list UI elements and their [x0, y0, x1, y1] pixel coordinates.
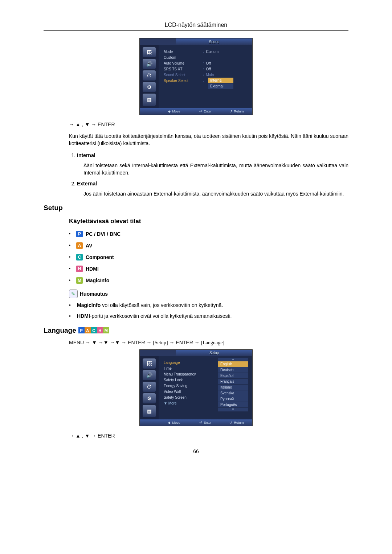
list-item-title: Internal: [77, 152, 348, 158]
mode-badge-c: C: [76, 254, 83, 260]
mode-badge-p: P: [78, 327, 85, 333]
osd-row-label: Custom: [164, 56, 203, 59]
bullet-icon: •: [69, 255, 73, 260]
osd-row-label: SRS TS XT: [164, 67, 203, 71]
sound-icon: 🔊: [143, 370, 156, 380]
multi-icon: ⚙: [143, 393, 156, 403]
setup-icon: ⏱: [143, 382, 156, 392]
mode-badge-a: A: [85, 327, 91, 333]
osd-row-value: Off: [206, 61, 211, 65]
osd-option: Français: [218, 379, 248, 385]
mode-badge-m: M: [103, 327, 109, 333]
multi-icon: ⚙: [143, 82, 156, 92]
return-icon: ↺: [229, 421, 232, 424]
footer-divider: [44, 446, 348, 446]
mode-label: MagicInfo: [86, 278, 109, 283]
osd-row-label: Menu Transparency: [164, 372, 203, 376]
osd-dropdown: Internal External: [208, 78, 233, 89]
bullet-icon: •: [69, 278, 73, 283]
page-header-title: LCD-näytön säätäminen: [44, 22, 348, 28]
mode-badge-p: P: [76, 231, 83, 237]
nav-sequence: → ▲ , ▼ → ENTER: [69, 122, 348, 127]
setup-heading: Setup: [44, 204, 348, 212]
osd-sound-menu: Sound 🖼 🔊 ⏱ ⚙ ▦ Mode:Custom Custom Auto …: [139, 38, 253, 115]
setup-icon: ⏱: [143, 70, 156, 81]
osd-row-value: Off: [206, 67, 211, 71]
osd-option: Русский: [218, 396, 248, 402]
mode-label: Component: [86, 254, 114, 260]
mode-label: AV: [86, 243, 92, 249]
mode-badge-a: A: [76, 242, 83, 249]
header-divider: [44, 30, 348, 31]
picture-icon: 🖼: [143, 358, 156, 369]
osd-sidebar: 🖼 🔊 ⏱ ⚙ ▦: [140, 45, 159, 108]
move-icon: ◆: [168, 110, 171, 113]
bullet-icon: •: [69, 313, 73, 320]
osd-more-label: ▼ More: [164, 401, 203, 405]
note-icon: ✎: [69, 290, 78, 298]
list-item-body: Ääni toistetaan sekä Internal-kaiuttimes…: [77, 162, 348, 177]
footer-enter: Enter: [204, 110, 212, 113]
osd-row-label: Energy Saving: [164, 384, 203, 388]
osd-row-label: Time: [164, 366, 203, 370]
note-text: MagicInfo voi olla käytössä vain, jos ve…: [77, 302, 223, 309]
osd-title: Setup: [176, 350, 252, 356]
info-icon: ▦: [143, 94, 156, 106]
mode-label: HDMI: [86, 266, 99, 272]
info-icon: ▦: [143, 405, 156, 417]
osd-row-value: Custom: [206, 50, 219, 54]
osd-row-label: Speaker Select: [164, 79, 203, 83]
footer-return: Return: [234, 110, 244, 113]
picture-icon: 🖼: [143, 47, 156, 57]
osd-row-label: Mode: [164, 50, 203, 54]
footer-move: Move: [172, 421, 180, 424]
note-label: Huomautus: [80, 291, 108, 297]
scroll-up-icon: ▲: [218, 358, 248, 361]
scroll-down-icon: ▼: [218, 408, 248, 411]
osd-sidebar: 🖼 🔊 ⏱ ⚙ ▦: [140, 356, 159, 419]
bullet-icon: •: [69, 266, 73, 271]
mode-badge-m: M: [76, 277, 83, 284]
osd-footer: ◆Move ⏎Enter ↺Return: [140, 419, 252, 426]
footer-enter: Enter: [204, 421, 212, 424]
osd-option: Deutsch: [218, 367, 248, 373]
osd-option: Español: [218, 373, 248, 379]
footer-return: Return: [234, 421, 244, 424]
osd-row-label: Video Wall: [164, 390, 203, 394]
enter-icon: ⏎: [199, 421, 202, 424]
language-heading: Language P A C H M: [44, 327, 348, 335]
bullet-icon: •: [69, 231, 73, 237]
osd-option: Italiano: [218, 385, 248, 390]
osd-footer: ◆Move ⏎Enter ↺Return: [140, 108, 252, 115]
osd-option-selected: Internal: [208, 78, 233, 83]
mode-badge-h: H: [76, 266, 83, 272]
modes-heading: Käytettävissä olevat tilat: [69, 218, 348, 225]
osd-row-label: Sound Select: [164, 73, 203, 77]
mode-badge-h: H: [97, 327, 103, 333]
osd-setup-menu: Setup 🖼 🔊 ⏱ ⚙ ▦ ▲ English Deutsch Españo…: [139, 349, 253, 426]
language-mode-badges: P A C H M: [78, 327, 109, 333]
osd-option: Português: [218, 402, 248, 408]
menu-path: MENU → ▼ →▼ →▼ → ENTER → [Setup] → ENTER…: [69, 340, 348, 346]
mode-badge-c: C: [91, 327, 97, 333]
mode-label: PC / DVI / BNC: [86, 231, 121, 237]
note-text: HDMI-portti ja verkkosovitin eivät voi o…: [77, 313, 232, 320]
osd-row-label: Safety Lock: [164, 378, 203, 382]
osd-row-value: Main: [206, 73, 214, 77]
page-number: 66: [44, 448, 348, 454]
return-icon: ↺: [229, 110, 232, 113]
osd-row-label: Safety Screen: [164, 395, 203, 399]
intro-paragraph: Kun käytät tätä tuotetta kotiteatterijär…: [69, 132, 348, 147]
list-item-title: External: [77, 181, 348, 186]
list-item-body: Jos ääni toistetaan ainoastaan External-…: [77, 190, 348, 197]
bullet-icon: •: [69, 302, 73, 309]
osd-option-selected: English: [218, 361, 248, 367]
enter-icon: ⏎: [199, 110, 202, 113]
sound-icon: 🔊: [143, 59, 156, 69]
osd-option: Svenska: [218, 390, 248, 396]
osd-option: External: [208, 83, 233, 89]
nav-sequence: → ▲ , ▼ → ENTER: [69, 433, 348, 439]
osd-row-label: Auto Volume: [164, 61, 203, 65]
move-icon: ◆: [168, 421, 171, 424]
osd-row-label: Language: [164, 361, 203, 365]
